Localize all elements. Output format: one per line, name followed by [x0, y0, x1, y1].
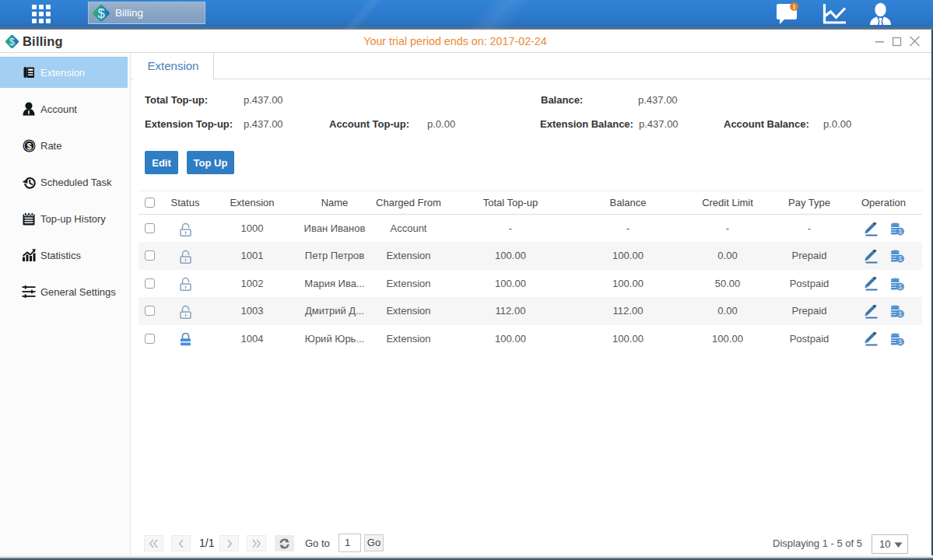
svg-text:$: $: [97, 6, 104, 20]
svg-text:!: !: [793, 2, 795, 11]
svg-text:$: $: [899, 339, 902, 345]
svg-text:$: $: [899, 257, 902, 263]
svg-text:$: $: [899, 229, 902, 235]
svg-text:$: $: [899, 311, 902, 317]
svg-text:$: $: [899, 284, 902, 290]
svg-text:$: $: [26, 141, 31, 150]
